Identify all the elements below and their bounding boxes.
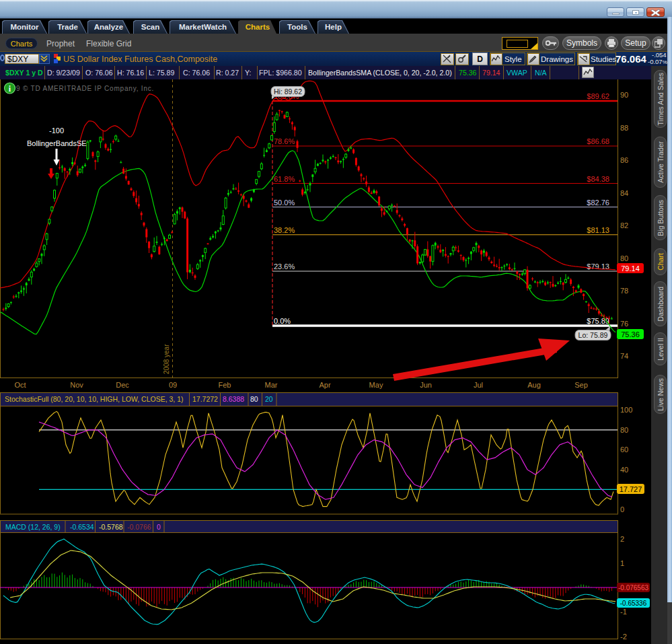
svg-text:0.0%: 0.0% — [274, 317, 291, 325]
svg-text:May: May — [369, 381, 383, 389]
svg-text:75.36: 75.36 — [621, 330, 640, 338]
svg-text:84: 84 — [620, 189, 628, 197]
svg-text:-1: -1 — [620, 608, 627, 616]
svg-text:88: 88 — [620, 124, 628, 132]
svg-text:Sep: Sep — [574, 381, 588, 389]
svg-text:$82.76: $82.76 — [587, 199, 609, 207]
svg-text:-2: -2 — [620, 633, 627, 641]
svg-text:StochasticFull (80, 20, 10, 10: StochasticFull (80, 20, 10, 10, HIGH, LO… — [5, 395, 184, 403]
svg-text:Hi: 89.62: Hi: 89.62 — [274, 87, 302, 96]
svg-text:Apr: Apr — [319, 381, 330, 389]
svg-text:100: 100 — [620, 406, 632, 414]
svg-text:Feb: Feb — [219, 381, 231, 389]
svg-text:09: 09 — [169, 381, 177, 389]
svg-text:-0.6534: -0.6534 — [70, 523, 94, 531]
svg-text:Lo: 75.89: Lo: 75.89 — [578, 331, 608, 339]
svg-text:$81.13: $81.13 — [587, 226, 609, 234]
svg-text:60: 60 — [620, 445, 628, 454]
svg-text:Mar: Mar — [265, 381, 278, 389]
svg-text:2: 2 — [620, 535, 624, 543]
svg-text:MACD (12, 26, 9): MACD (12, 26, 9) — [5, 523, 61, 531]
svg-text:Aug: Aug — [527, 381, 541, 389]
svg-text:8.6388: 8.6388 — [223, 395, 244, 403]
svg-text:82: 82 — [620, 221, 628, 229]
svg-text:-0.65336: -0.65336 — [620, 600, 647, 607]
svg-text:23.6%: 23.6% — [274, 262, 295, 271]
svg-text:-0.076563: -0.076563 — [618, 584, 648, 592]
svg-text:20: 20 — [265, 395, 273, 403]
svg-text:-0.0766: -0.0766 — [127, 523, 151, 531]
svg-text:Dec: Dec — [116, 381, 129, 389]
svg-text:BollingerBandsSE: BollingerBandsSE — [27, 139, 87, 147]
svg-text:0: 0 — [620, 505, 624, 513]
svg-text:$84.38: $84.38 — [587, 175, 609, 183]
svg-text:17.7272: 17.7272 — [192, 395, 218, 403]
svg-text:78: 78 — [620, 287, 628, 295]
svg-text:Oct: Oct — [14, 381, 26, 389]
svg-text:74: 74 — [620, 352, 628, 360]
svg-text:-0.5768: -0.5768 — [99, 523, 123, 531]
svg-text:61.8%: 61.8% — [274, 175, 295, 183]
svg-text:80: 80 — [620, 426, 628, 434]
svg-text:80: 80 — [620, 254, 628, 262]
svg-text:79.14: 79.14 — [621, 264, 640, 273]
svg-text:2008 year: 2008 year — [163, 344, 170, 374]
svg-text:17.727: 17.727 — [620, 485, 642, 493]
svg-text:86: 86 — [620, 156, 628, 164]
svg-text:$86.68: $86.68 — [587, 137, 609, 145]
svg-text:80: 80 — [250, 395, 258, 403]
svg-text:90: 90 — [620, 91, 628, 99]
svg-text:0: 0 — [157, 523, 161, 531]
svg-text:9 © TD AMERITRADE IP Company,: 9 © TD AMERITRADE IP Company, Inc. — [16, 85, 154, 92]
svg-text:Jul: Jul — [474, 381, 483, 389]
svg-text:78.6%: 78.6% — [274, 137, 295, 145]
svg-text:$89.62: $89.62 — [587, 92, 609, 100]
svg-text:38.2%: 38.2% — [274, 226, 295, 234]
svg-text:50.0%: 50.0% — [274, 199, 295, 207]
svg-text:76: 76 — [620, 320, 628, 328]
svg-text:Nov: Nov — [70, 381, 83, 389]
svg-text:1: 1 — [620, 559, 624, 567]
svg-text:-100: -100 — [49, 127, 64, 135]
svg-text:Jun: Jun — [420, 381, 432, 389]
svg-text:40: 40 — [620, 466, 628, 474]
